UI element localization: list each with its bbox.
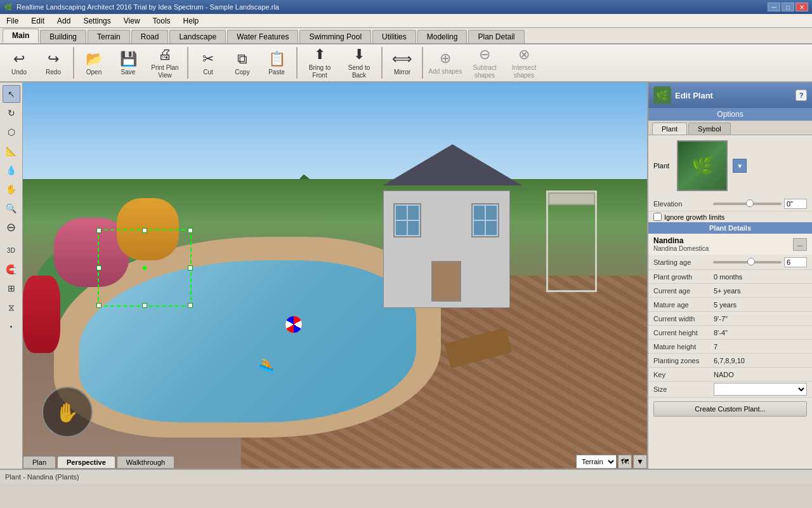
starting-age-label: Starting age — [653, 258, 710, 266]
snap-btn[interactable]: • — [3, 318, 20, 335]
open-icon: 📂 — [86, 51, 103, 67]
app-icon: 🌿 — [4, 3, 13, 11]
current-age-label: Current age — [653, 287, 714, 295]
tab-landscape[interactable]: Landscape — [169, 30, 226, 43]
tab-terrain[interactable]: Terrain — [88, 30, 130, 43]
maximize-btn[interactable]: □ — [782, 3, 794, 11]
terrain-view-btn[interactable]: 🗺 — [618, 455, 632, 469]
plant-growth-label: Plant growth — [653, 273, 714, 281]
add-shapes-icon: ⊕ — [440, 50, 451, 67]
window-controls: ─ □ ✕ — [768, 3, 808, 11]
redo-btn[interactable]: ↪ Redo — [37, 46, 70, 80]
bottom-view-tabs: Plan Perspective Walkthrough — [23, 456, 174, 469]
intersect-shapes-icon: ⊗ — [518, 46, 530, 63]
layers-btn[interactable]: ⧖ — [3, 298, 20, 316]
terrain-settings-btn[interactable]: ▼ — [633, 455, 647, 469]
undo-btn[interactable]: ↩ Undo — [3, 46, 36, 80]
plant-select-btn[interactable]: ▼ — [733, 159, 747, 173]
intersect-shapes-btn[interactable]: ⊗ Intersect shapes — [505, 46, 543, 80]
bring-to-front-btn[interactable]: ⬆ Bring to Front — [301, 46, 339, 80]
send-to-back-btn[interactable]: ⬇ Send to Back — [340, 46, 378, 80]
tab-plan-detail[interactable]: Plan Detail — [468, 30, 524, 43]
mature-age-value: 5 years — [714, 301, 807, 309]
perspective-tab[interactable]: Perspective — [57, 456, 115, 469]
zoom-out-btn[interactable]: ⊖ — [3, 218, 20, 236]
titlebar: 🌿 Realtime Landscaping Architect 2016 Tr… — [0, 0, 812, 14]
menu-view[interactable]: View — [117, 14, 147, 27]
menu-settings[interactable]: Settings — [77, 14, 117, 27]
grid-btn[interactable]: ⊞ — [3, 279, 20, 297]
subtract-shapes-btn[interactable]: ⊖ Subtract shapes — [466, 46, 504, 80]
nandina-name: Nandina — [653, 236, 790, 245]
more-info-btn[interactable]: ... — [793, 238, 807, 251]
nandina-name-row: Nandina Nandina Domestica ... — [648, 234, 812, 255]
save-btn[interactable]: 💾 Save — [112, 46, 145, 80]
mature-age-row: Mature age 5 years — [648, 298, 812, 312]
terrain-select-area: Terrain 🗺 ▼ — [576, 455, 647, 469]
status-text: Plant - Nandina (Plants) — [5, 473, 79, 481]
mature-age-label: Mature age — [653, 301, 714, 309]
size-dropdown[interactable] — [714, 383, 807, 396]
planting-zones-row: Planting zones 6,7,8,9,10 — [648, 354, 812, 368]
elevation-slider[interactable] — [713, 203, 782, 205]
options-bar: Options — [648, 108, 812, 121]
open-btn[interactable]: 📂 Open — [77, 46, 110, 80]
tab-swimming-pool[interactable]: Swimming Pool — [299, 30, 371, 43]
cut-btn[interactable]: ✂ Cut — [192, 46, 225, 80]
red-flowers — [23, 276, 60, 353]
symbol-tab[interactable]: Symbol — [688, 123, 731, 135]
current-width-row: Current width 9'-7" — [648, 312, 812, 326]
plant-tab[interactable]: Plant — [652, 123, 687, 135]
tab-road[interactable]: Road — [131, 30, 169, 43]
current-height-value: 8'-4" — [714, 329, 807, 337]
tab-main[interactable]: Main — [3, 29, 39, 43]
nandina-scientific: Nandina Domestica — [653, 245, 790, 252]
statusbar: Plant - Nandina (Plants) — [0, 469, 812, 484]
starting-age-row: Starting age — [648, 255, 812, 270]
tab-modeling[interactable]: Modeling — [417, 30, 468, 43]
edit-plant-header: 🌿 Edit Plant ? — [648, 83, 812, 108]
rotate-tool-btn[interactable]: ↻ — [3, 104, 20, 122]
help-btn[interactable]: ? — [796, 90, 807, 101]
menu-tools[interactable]: Tools — [147, 14, 177, 27]
menu-help[interactable]: Help — [177, 14, 206, 27]
print-btn[interactable]: 🖨 Print Plan View — [146, 46, 184, 80]
magnet-btn[interactable]: 🧲 — [3, 260, 20, 278]
paste-btn[interactable]: 📋 Paste — [260, 46, 293, 80]
copy-btn[interactable]: ⧉ Copy — [226, 46, 259, 80]
plant-field-label: Plant — [653, 162, 669, 170]
close-btn[interactable]: ✕ — [796, 3, 808, 11]
minimize-btn[interactable]: ─ — [768, 3, 780, 11]
add-shapes-btn[interactable]: ⊕ Add shapes — [426, 46, 464, 80]
menu-file[interactable]: File — [0, 14, 25, 27]
zoom-in-btn[interactable]: 🔍 — [3, 199, 20, 217]
elevation-input[interactable] — [784, 199, 807, 209]
select-tool-btn[interactable]: ↖ — [3, 85, 20, 103]
create-custom-plant-btn[interactable]: Create Custom Plant... — [653, 401, 807, 417]
paste-icon: 📋 — [268, 51, 285, 67]
terrain-dropdown[interactable]: Terrain — [576, 455, 617, 469]
nav-compass[interactable]: ✋ — [42, 387, 93, 438]
pan-btn[interactable]: ✋ — [3, 180, 20, 198]
view3d-btn[interactable]: 3D — [3, 241, 20, 259]
menu-edit[interactable]: Edit — [25, 14, 51, 27]
current-height-label: Current height — [653, 329, 714, 337]
mirror-btn[interactable]: ⟺ Mirror — [386, 46, 419, 80]
ignore-growth-checkbox[interactable] — [653, 213, 662, 221]
plant-header-icon: 🌿 — [653, 86, 671, 104]
starting-age-slider[interactable] — [713, 261, 782, 264]
tab-water-features[interactable]: Water Features — [227, 30, 298, 43]
elevation-row: Elevation — [648, 196, 812, 211]
viewport[interactable]: 🏊 ✋ Plan Perspective Walkthrough — [23, 83, 647, 469]
plant-growth-value: 0 months — [714, 273, 807, 281]
starting-age-input[interactable] — [784, 257, 807, 267]
walkthrough-tab[interactable]: Walkthrough — [117, 456, 174, 469]
edit-nodes-btn[interactable]: ⬡ — [3, 123, 20, 141]
menu-add[interactable]: Add — [51, 14, 77, 27]
tab-building[interactable]: Building — [40, 30, 86, 43]
measure-btn[interactable]: 📐 — [3, 142, 20, 160]
current-width-label: Current width — [653, 315, 714, 323]
eyedropper-btn[interactable]: 💧 — [3, 161, 20, 179]
tab-utilities[interactable]: Utilities — [372, 30, 416, 43]
plan-tab[interactable]: Plan — [23, 456, 56, 469]
